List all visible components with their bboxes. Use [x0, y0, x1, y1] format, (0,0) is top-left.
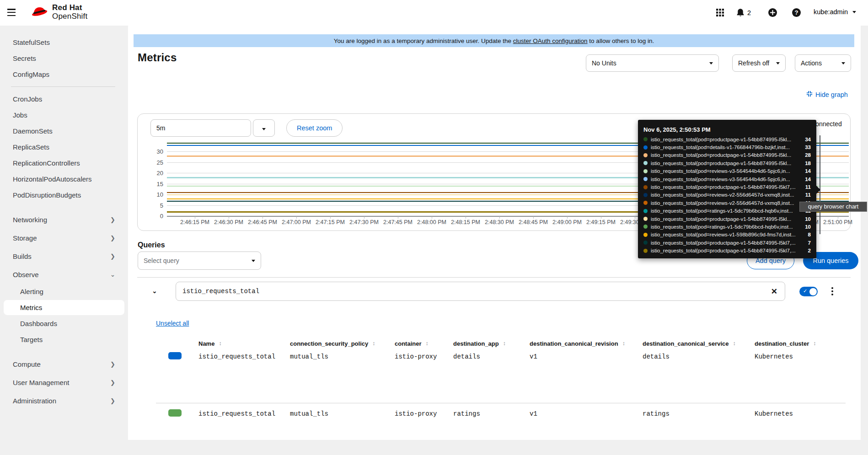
actions-dropdown[interactable]: Actions — [795, 54, 851, 72]
tooltip-pointer — [816, 186, 820, 194]
tooltip-series-row: istio_requests_total{pod=productpage-v1-… — [643, 159, 811, 167]
x-axis-tick — [466, 216, 466, 219]
sidebar-item-daemonsets[interactable]: DaemonSets — [0, 123, 124, 139]
table-cell: istio_requests_total — [198, 410, 290, 418]
sidebar-divider — [11, 86, 115, 87]
tooltip-series-row: istio_requests_total{pod=reviews-v1-598b… — [643, 231, 811, 239]
x-axis-tick-label: 2:46:45 PM — [243, 219, 282, 225]
help-icon[interactable]: ? — [792, 8, 801, 17]
redhat-hat-icon — [30, 4, 48, 20]
column-header-label: destination_canonical_service — [643, 340, 729, 347]
sidebar-item-secrets[interactable]: Secrets — [0, 51, 124, 66]
y-axis-tick-label: 5 — [141, 202, 163, 209]
sidebar-item-horizontalpodautoscalers[interactable]: HorizontalPodAutoscalers — [0, 171, 124, 187]
column-header-name[interactable]: Name↕ — [198, 340, 290, 347]
select-query-dropdown[interactable]: Select query — [138, 252, 261, 270]
series-table-row: istio_requests_totalmutual_tlsistio-prox… — [156, 407, 851, 420]
series-color-dot — [643, 137, 648, 141]
column-header-destination_canonical_service[interactable]: destination_canonical_service↕ — [643, 340, 755, 347]
x-axis-tick-label: 2:47:45 PM — [379, 219, 417, 225]
sidebar-item-builds[interactable]: Builds❯ — [0, 247, 124, 265]
timespan-input[interactable] — [150, 119, 251, 137]
series-color-dot — [643, 185, 648, 189]
sidebar-item-poddisruptionbudgets[interactable]: PodDisruptionBudgets — [0, 187, 124, 203]
series-color-dot — [643, 161, 648, 165]
unselect-all-link[interactable]: Unselect all — [156, 320, 189, 327]
sidebar-item-networking[interactable]: Networking❯ — [0, 211, 124, 228]
tooltip-series-value: 10 — [801, 216, 811, 222]
tooltip-series-value: 10 — [801, 224, 811, 230]
tooltip-series-row: istio_requests_total{pod=reviews-v2-556d… — [643, 199, 811, 207]
sidebar-item-user-management[interactable]: User Management❯ — [0, 374, 124, 391]
brand-line1: Red Hat — [52, 3, 87, 12]
series-color-dot — [643, 209, 648, 213]
chevron-right-icon: ❯ — [110, 253, 115, 260]
tooltip-series-row: istio_requests_total{pod=ratings-v1-5dc7… — [643, 207, 811, 215]
quick-create-icon[interactable] — [768, 8, 777, 17]
sidebar-item-targets[interactable]: Targets — [0, 332, 124, 347]
swatch-cell — [156, 352, 198, 361]
query-kebab-menu[interactable] — [827, 284, 838, 298]
refresh-dropdown[interactable]: Refresh off — [732, 54, 786, 72]
sidebar-item-jobs[interactable]: Jobs — [0, 107, 124, 123]
tooltip-series-value: 11 — [801, 184, 811, 190]
x-axis-tick-label: 2:47:30 PM — [345, 219, 383, 225]
sidebar-item-dashboards[interactable]: Dashboards — [0, 316, 124, 331]
query-enabled-switch[interactable]: ✓ — [799, 287, 818, 296]
table-cell: istio-proxy — [395, 410, 453, 418]
queries-heading: Queries — [138, 241, 165, 249]
tooltip-series-value: 14 — [801, 177, 811, 182]
sidebar-item-statefulsets[interactable]: StatefulSets — [0, 35, 124, 50]
oauth-config-link[interactable]: cluster OAuth configuration — [513, 37, 588, 44]
masthead: Red Hat OpenShift 2 ? kube:admin — [0, 0, 868, 26]
tooltip-series-label: istio_requests_total{pod=reviews-v2-556d… — [651, 200, 798, 206]
reset-zoom-button[interactable]: Reset zoom — [286, 119, 343, 137]
y-axis-tick-label: 15 — [141, 181, 163, 187]
sidebar-item-configmaps[interactable]: ConfigMaps — [0, 67, 124, 82]
sidebar-item-replicasets[interactable]: ReplicaSets — [0, 139, 124, 155]
x-axis-tick — [330, 216, 331, 219]
column-header-destination_app[interactable]: destination_app↕ — [453, 340, 530, 347]
column-header-container[interactable]: container↕ — [395, 340, 453, 347]
clear-query-icon[interactable]: ✕ — [764, 287, 785, 296]
units-dropdown[interactable]: No Units — [586, 54, 719, 72]
sidebar-item-metrics[interactable]: Metrics — [4, 300, 124, 315]
hide-graph-button[interactable]: Hide graph — [806, 91, 848, 98]
query-expand-toggle[interactable]: ⌄ — [149, 285, 160, 296]
x-axis-tick-label: 2:48:15 PM — [446, 219, 485, 225]
timespan-dropdown-button[interactable] — [253, 119, 275, 137]
sidebar-item-alerting[interactable]: Alerting — [0, 284, 124, 299]
sidebar-item-compute[interactable]: Compute❯ — [0, 355, 124, 373]
chevron-down-icon — [252, 260, 255, 262]
tooltip-series-row: istio_requests_total{pod=productpage-v1-… — [643, 239, 811, 246]
column-header-destination_canonical_revision[interactable]: destination_canonical_revision↕ — [530, 340, 643, 347]
series-swatch[interactable] — [168, 352, 182, 359]
x-axis-tick — [499, 216, 500, 219]
user-menu[interactable]: kube:admin — [814, 8, 856, 16]
row-divider — [156, 403, 846, 403]
sidebar-item-label: ConfigMaps — [13, 70, 49, 78]
notifications-bell-icon[interactable]: 2 — [736, 8, 751, 17]
sidebar-item-label: Alerting — [20, 288, 43, 295]
column-header-connection_security_policy[interactable]: connection_security_policy↕ — [290, 340, 395, 347]
table-cell: details — [453, 353, 530, 360]
sidebar-item-observe[interactable]: Observe⌄ — [0, 266, 124, 283]
series-color-dot — [643, 217, 648, 221]
banner-text-before: You are logged in as a temporary adminis… — [334, 37, 513, 44]
query-expression-input[interactable] — [176, 288, 764, 295]
menu-toggle-icon[interactable] — [7, 9, 16, 16]
app-launcher-icon[interactable] — [716, 9, 724, 16]
tooltip-series-row: istio_requests_total{pod=productpage-v1-… — [643, 183, 811, 191]
column-header-destination_cluster[interactable]: destination_cluster↕ — [755, 340, 851, 347]
sidebar-item-administration[interactable]: Administration❯ — [0, 392, 124, 409]
sidebar-item-replicationcontrollers[interactable]: ReplicationControllers — [0, 155, 124, 171]
sidebar-item-label: ReplicationControllers — [13, 159, 80, 167]
brand-logo[interactable]: Red Hat OpenShift — [30, 3, 87, 21]
sidebar-item-storage[interactable]: Storage❯ — [0, 229, 124, 246]
sidebar-item-cronjobs[interactable]: CronJobs — [0, 91, 124, 107]
series-swatch[interactable] — [168, 409, 182, 417]
tooltip-series-label: istio_requests_total{pod=details-v1-7668… — [651, 145, 798, 150]
chevron-right-icon: ❯ — [110, 235, 115, 241]
series-color-dot — [643, 249, 648, 253]
table-cell: ratings — [643, 410, 755, 418]
